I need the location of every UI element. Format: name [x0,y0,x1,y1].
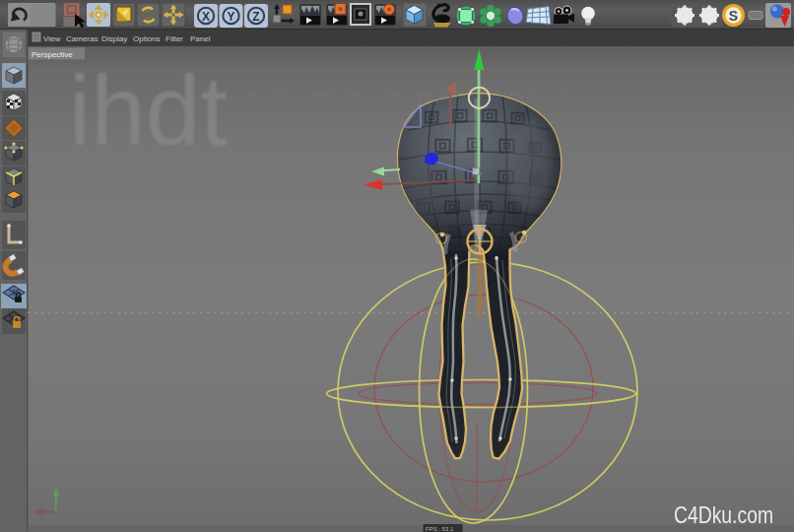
svg-text:VISUAL DE: VISUAL DE [242,113,328,127]
svg-text:View: View [43,34,60,43]
svg-text:Panel: Panel [190,34,211,43]
svg-text:Z: Z [252,10,259,24]
svg-text:C4Dku.com: C4Dku.com [674,501,773,528]
svg-text:TECHNOLOGY: TECHNOLOGY [241,130,353,144]
svg-text:Cameras: Cameras [66,34,98,43]
svg-text:Y: Y [227,10,234,24]
svg-text:Perspective: Perspective [32,50,73,59]
svg-text:Options: Options [133,34,161,43]
svg-text:Display: Display [101,34,127,43]
svg-text:X: X [202,10,210,24]
svg-text:S: S [729,8,738,24]
svg-text:FPS : 53.1: FPS : 53.1 [426,526,454,532]
svg-text:IMAGEHOME DIGITAL MEDIA TECHNO: IMAGEHOME DIGITAL MEDIA TECHNOLOGY [241,90,583,103]
svg-text:ihdt: ihdt [69,55,228,166]
svg-text:Filter: Filter [165,34,183,43]
